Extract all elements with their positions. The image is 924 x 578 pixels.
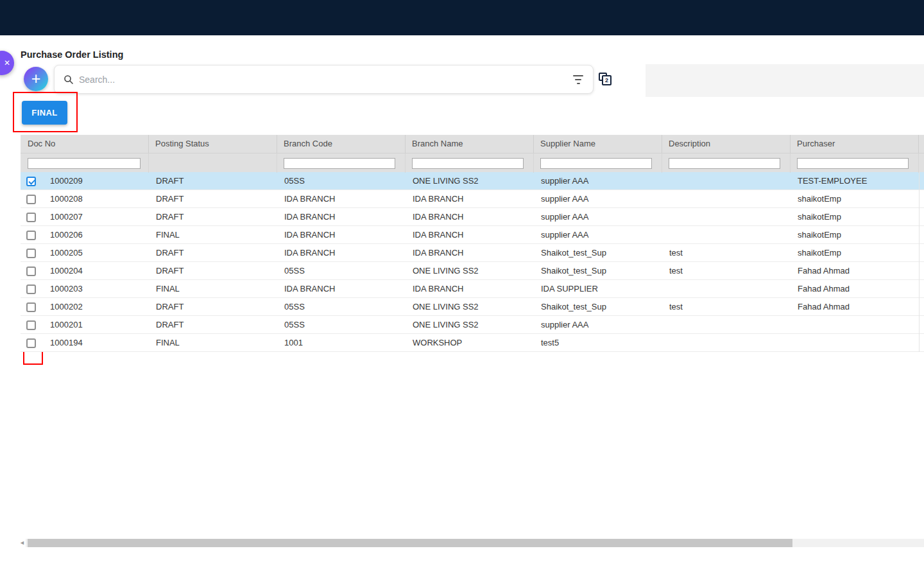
filter-cell-posting-status: [149, 153, 277, 173]
table-row[interactable]: 1000203FINALIDA BRANCHIDA BRANCHIDA SUPP…: [21, 280, 924, 298]
table-row[interactable]: 1000202DRAFT05SSONE LIVING SS2Shaikot_te…: [21, 298, 924, 316]
row-checkbox[interactable]: [26, 320, 36, 330]
horizontal-scrollbar[interactable]: [26, 539, 924, 547]
floating-widget-button[interactable]: ✕: [0, 51, 14, 75]
table-row[interactable]: 1000208DRAFTIDA BRANCHIDA BRANCHsupplier…: [21, 190, 924, 208]
cell-filler: [919, 334, 924, 352]
filter-input-doc-no[interactable]: [28, 158, 141, 169]
table-body: 1000209DRAFT05SSONE LIVING SS2supplier A…: [21, 172, 924, 352]
final-button[interactable]: FINAL: [22, 101, 67, 125]
table-row[interactable]: 1000194FINAL1001WORKSHOPtest5: [21, 334, 924, 352]
cell-branch-name: IDA BRANCH: [406, 208, 534, 226]
cell-purchaser: Fahad Ahmad: [791, 298, 919, 316]
cell-supplier-name: supplier AAA: [534, 226, 662, 244]
checkbox-cell: [21, 244, 43, 262]
table-row[interactable]: 1000204DRAFT05SSONE LIVING SS2Shaikot_te…: [21, 262, 924, 280]
cell-description: test: [662, 298, 791, 316]
cell-posting-status: DRAFT: [149, 244, 277, 262]
checkbox-cell: [21, 172, 43, 190]
row-checkbox[interactable]: [26, 338, 36, 348]
column-header-branch-name[interactable]: Branch Name: [406, 135, 534, 153]
cell-branch-code: 05SS: [277, 172, 406, 190]
cell-branch-name: ONE LIVING SS2: [406, 172, 534, 190]
row-checkbox[interactable]: [26, 195, 36, 204]
column-header-posting-status[interactable]: Posting Status: [149, 135, 277, 153]
cell-posting-status: DRAFT: [149, 172, 277, 190]
add-button[interactable]: +: [24, 67, 48, 91]
cell-branch-code: IDA BRANCH: [277, 208, 406, 226]
table-row[interactable]: 1000201DRAFT05SSONE LIVING SS2supplier A…: [21, 316, 924, 334]
table-row[interactable]: 1000205DRAFTIDA BRANCHIDA BRANCHShaikot_…: [21, 244, 924, 262]
cell-doc-no: 1000207: [43, 208, 149, 226]
cell-branch-name: ONE LIVING SS2: [406, 298, 534, 316]
table-row[interactable]: 1000207DRAFTIDA BRANCHIDA BRANCHsupplier…: [21, 208, 924, 226]
cell-purchaser: [791, 334, 919, 352]
cell-posting-status: DRAFT: [149, 190, 277, 208]
cell-branch-code: 05SS: [277, 262, 406, 280]
cell-filler: [919, 316, 924, 334]
cell-purchaser: [791, 316, 919, 334]
filter-input-supplier-name[interactable]: [540, 158, 652, 169]
table-row[interactable]: 1000209DRAFT05SSONE LIVING SS2supplier A…: [21, 172, 924, 190]
cell-purchaser: TEST-EMPLOYEE: [791, 172, 919, 190]
cell-purchaser: shaikotEmp: [791, 244, 919, 262]
column-header-description[interactable]: Description: [662, 135, 791, 153]
row-checkbox[interactable]: [26, 177, 36, 186]
column-header-supplier-name[interactable]: Supplier Name: [534, 135, 662, 153]
cell-doc-no: 1000203: [43, 280, 149, 298]
filter-input-purchaser[interactable]: [797, 158, 909, 169]
row-checkbox[interactable]: [26, 249, 36, 258]
filter-cell-branch-code: [277, 153, 406, 173]
scrollbar-thumb[interactable]: [28, 539, 792, 547]
cell-branch-name: IDA BRANCH: [406, 280, 534, 298]
cell-filler: [919, 172, 924, 190]
pages-icon-front-square: 2: [602, 75, 612, 85]
cell-branch-code: 1001: [277, 334, 406, 352]
checkbox-cell: [21, 208, 43, 226]
row-checkbox[interactable]: [26, 285, 36, 294]
cell-supplier-name: Shaikot_test_Sup: [534, 298, 662, 316]
column-header-filler: [919, 135, 924, 153]
cell-branch-code: 05SS: [277, 316, 406, 334]
filter-cell-supplier-name: [534, 153, 662, 173]
search-bar[interactable]: [54, 65, 594, 94]
row-checkbox[interactable]: [26, 302, 36, 312]
table-header-row: Doc No Posting Status Branch Code Branch…: [21, 135, 924, 153]
column-header-branch-code[interactable]: Branch Code: [277, 135, 406, 153]
cell-posting-status: FINAL: [149, 226, 277, 244]
cell-purchaser: Fahad Ahmad: [791, 262, 919, 280]
cell-description: [662, 226, 791, 244]
cell-description: [662, 172, 791, 190]
search-input[interactable]: [79, 74, 572, 85]
filter-input-description[interactable]: [669, 158, 780, 169]
cell-supplier-name: supplier AAA: [534, 208, 662, 226]
scroll-left-arrow[interactable]: ◄: [19, 539, 25, 546]
checkbox-cell: [21, 316, 43, 334]
top-navigation-bar: [0, 0, 924, 35]
row-checkbox[interactable]: [26, 231, 36, 240]
cell-supplier-name: test5: [534, 334, 662, 352]
cell-description: [662, 280, 791, 298]
pages-icon[interactable]: 2: [599, 73, 613, 87]
table-row[interactable]: 1000206FINALIDA BRANCHIDA BRANCHsupplier…: [21, 226, 924, 244]
cell-purchaser: shaikotEmp: [791, 226, 919, 244]
column-header-purchaser[interactable]: Purchaser: [791, 135, 919, 153]
cell-branch-code: 05SS: [277, 298, 406, 316]
filter-cell-doc-no: [21, 153, 149, 173]
cell-supplier-name: Shaikot_test_Sup: [534, 244, 662, 262]
page-title: Purchase Order Listing: [21, 49, 123, 60]
filter-input-branch-code[interactable]: [284, 158, 395, 169]
cell-filler: [919, 226, 924, 244]
cell-branch-code: IDA BRANCH: [277, 244, 406, 262]
filter-input-branch-name[interactable]: [412, 158, 524, 169]
cell-posting-status: DRAFT: [149, 316, 277, 334]
cell-filler: [919, 298, 924, 316]
filter-icon[interactable]: [572, 75, 584, 84]
cell-description: test: [662, 262, 791, 280]
cell-description: [662, 190, 791, 208]
checkbox-cell: [21, 334, 43, 352]
column-header-doc-no[interactable]: Doc No: [21, 135, 149, 153]
cell-posting-status: DRAFT: [149, 208, 277, 226]
row-checkbox[interactable]: [26, 267, 36, 276]
row-checkbox[interactable]: [26, 213, 36, 222]
